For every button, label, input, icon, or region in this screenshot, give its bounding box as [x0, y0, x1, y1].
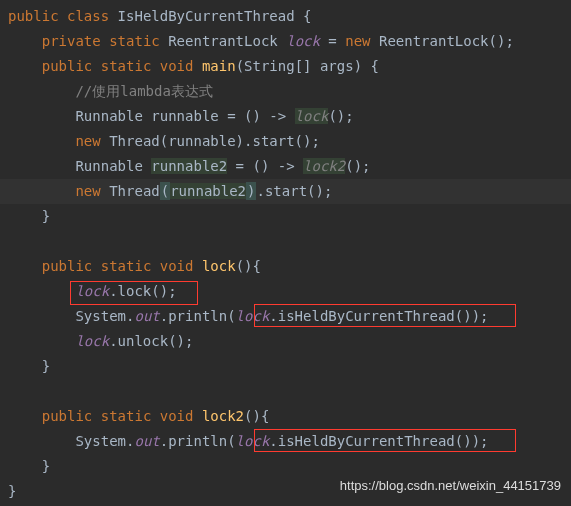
method-ref: lock2	[303, 158, 345, 174]
type: ReentrantLock	[168, 33, 278, 49]
method-name: main	[202, 58, 236, 74]
paren-close: )	[246, 182, 256, 200]
keyword: static	[109, 33, 160, 49]
keyword: public	[8, 8, 59, 24]
class-ref: System.	[75, 308, 134, 324]
class-ref: System.	[75, 433, 134, 449]
semicolon: ;	[311, 133, 319, 149]
keyword: public	[42, 58, 93, 74]
call: .lock();	[109, 283, 176, 299]
params: (String[] args)	[236, 58, 362, 74]
keyword: static	[101, 408, 152, 424]
field-ref: lock	[75, 333, 109, 349]
call: .isHeldByCurrentThread()	[269, 433, 471, 449]
code-line: }	[0, 354, 571, 379]
operator: =	[227, 108, 235, 124]
brace: }	[42, 208, 50, 224]
code-line: }	[0, 204, 571, 229]
close: );	[472, 308, 489, 324]
field-ref: lock	[236, 433, 270, 449]
keyword: new	[75, 133, 100, 149]
code-editor[interactable]: public class IsHeldByCurrentThread { pri…	[0, 0, 571, 506]
close: );	[472, 433, 489, 449]
operator: =	[328, 33, 336, 49]
type: Runnable	[75, 108, 142, 124]
method-name: lock2	[202, 408, 244, 424]
blank-line	[0, 229, 571, 254]
field-ref: lock	[75, 283, 109, 299]
variable: runnable2	[151, 158, 227, 174]
type: Thread	[109, 133, 160, 149]
blank-line	[0, 379, 571, 404]
brace: }	[42, 458, 50, 474]
call: ()	[328, 108, 345, 124]
paren-open: (	[160, 182, 170, 200]
keyword: static	[101, 58, 152, 74]
method-ref: lock	[295, 108, 329, 124]
keyword: new	[345, 33, 370, 49]
brace: }	[42, 358, 50, 374]
semicolon: ;	[505, 33, 513, 49]
args: (runnable)	[160, 133, 244, 149]
field-ref: lock	[236, 308, 270, 324]
code-line: Runnable runnable2 = () -> lock2();	[0, 154, 571, 179]
keyword: public	[42, 258, 93, 274]
semicolon: ;	[324, 183, 332, 199]
field-ref: out	[134, 308, 159, 324]
brace: }	[8, 483, 16, 499]
constructor: ReentrantLock()	[379, 33, 505, 49]
call: .println(	[160, 433, 236, 449]
call: .start()	[256, 183, 323, 199]
code-line: System.out.println(lock.isHeldByCurrentT…	[0, 429, 571, 454]
call: .isHeldByCurrentThread()	[269, 308, 471, 324]
code-line: public class IsHeldByCurrentThread {	[0, 4, 571, 29]
code-line: Runnable runnable = () -> lock();	[0, 104, 571, 129]
brace: {	[371, 58, 379, 74]
class-name: IsHeldByCurrentThread	[118, 8, 295, 24]
semicolon: ;	[345, 108, 353, 124]
variable: runnable	[151, 108, 218, 124]
code-line: lock.lock();	[0, 279, 571, 304]
method-name: lock	[202, 258, 236, 274]
keyword: static	[101, 258, 152, 274]
code-line: //使用lambda表达式	[0, 79, 571, 104]
keyword: private	[42, 33, 101, 49]
brace: {	[252, 258, 260, 274]
call: .println(	[160, 308, 236, 324]
keyword: void	[160, 408, 194, 424]
comment: //使用lambda表达式	[75, 83, 212, 99]
field-ref: out	[134, 433, 159, 449]
arg: runnable2	[170, 183, 246, 199]
code-line: public static void main(String[] args) {	[0, 54, 571, 79]
call: ()	[345, 158, 362, 174]
lambda: () ->	[252, 158, 294, 174]
keyword: class	[67, 8, 109, 24]
code-line-active: new Thread(runnable2).start();	[0, 179, 571, 204]
code-line: System.out.println(lock.isHeldByCurrentT…	[0, 304, 571, 329]
code-line: new Thread(runnable).start();	[0, 129, 571, 154]
semicolon: ;	[362, 158, 370, 174]
type: Thread	[109, 183, 160, 199]
code-line: lock.unlock();	[0, 329, 571, 354]
call: .start()	[244, 133, 311, 149]
operator: =	[236, 158, 244, 174]
field-name: lock	[286, 33, 320, 49]
keyword: public	[42, 408, 93, 424]
watermark: https://blog.csdn.net/weixin_44151739	[340, 473, 561, 498]
code-line: public static void lock2(){	[0, 404, 571, 429]
keyword: void	[160, 258, 194, 274]
lambda: () ->	[244, 108, 286, 124]
call: .unlock();	[109, 333, 193, 349]
code-line: public static void lock(){	[0, 254, 571, 279]
keyword: new	[75, 183, 100, 199]
brace: {	[303, 8, 311, 24]
keyword: void	[160, 58, 194, 74]
type: Runnable	[75, 158, 142, 174]
code-line: private static ReentrantLock lock = new …	[0, 29, 571, 54]
brace: {	[261, 408, 269, 424]
